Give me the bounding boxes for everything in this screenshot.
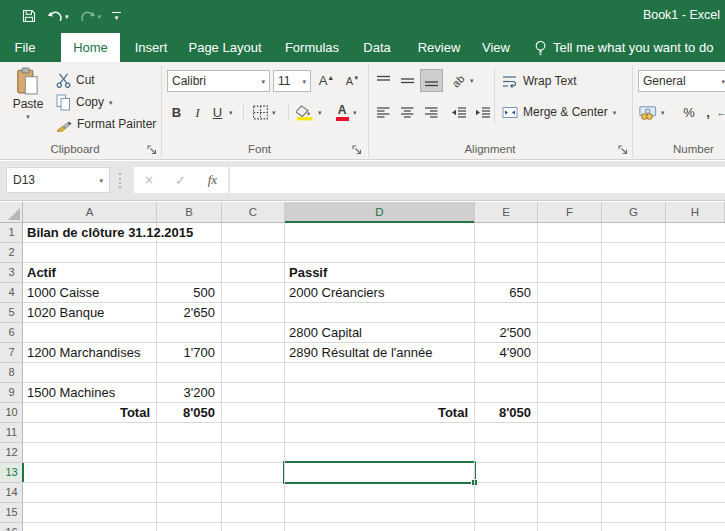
column-header-H[interactable]: H (666, 202, 725, 222)
column-header-G[interactable]: G (602, 202, 666, 222)
font-color-button[interactable]: A (332, 101, 352, 124)
underline-button[interactable]: U (207, 101, 228, 124)
fill-color-dropdown-caret-icon[interactable]: ▾ (318, 109, 322, 116)
cell-D10[interactable]: Total (285, 403, 475, 423)
row-header-15[interactable]: 15 (0, 503, 23, 523)
dropdown-caret-icon[interactable]: ▾ (99, 177, 103, 184)
column-header-C[interactable]: C (222, 202, 285, 222)
tab-home[interactable]: Home (61, 33, 120, 62)
percent-style-button[interactable]: % (680, 101, 698, 124)
row-header-2[interactable]: 2 (0, 243, 23, 263)
dropdown-caret-icon[interactable]: ▾ (721, 78, 725, 85)
cell-D6[interactable]: 2800 Capital (285, 323, 475, 343)
row-header-7[interactable]: 7 (0, 343, 23, 363)
cell-D4[interactable]: 2000 Créanciers (285, 283, 475, 303)
save-button[interactable] (22, 9, 36, 23)
column-header-D[interactable]: D (285, 202, 475, 222)
increase-decimal-button[interactable]: ←.0 (717, 101, 725, 124)
accounting-format-button[interactable] (638, 101, 660, 124)
font-family-combo[interactable]: Calibri ▾ (167, 70, 270, 92)
row-header-13[interactable]: 13 (0, 463, 23, 483)
cells-area[interactable]: Bilan de clôture 31.12.2015ActifPassif10… (23, 223, 725, 531)
tab-page-layout[interactable]: Page Layout (184, 33, 266, 62)
tab-view[interactable]: View (470, 33, 522, 62)
font-size-combo[interactable]: 11 ▾ (273, 70, 311, 92)
column-header-A[interactable]: A (23, 202, 157, 222)
row-header-5[interactable]: 5 (0, 303, 23, 323)
cell-A9[interactable]: 1500 Machines (23, 383, 157, 403)
format-painter-button[interactable]: Format Painter (56, 114, 156, 134)
select-all-button[interactable] (0, 202, 23, 223)
cell-A10[interactable]: Total (23, 403, 157, 423)
tab-data[interactable]: Data (352, 33, 402, 62)
undo-button[interactable]: ▾ (47, 10, 69, 23)
cell-B5[interactable]: 2'650 (157, 303, 222, 323)
row-header-12[interactable]: 12 (0, 443, 23, 463)
row-header-4[interactable]: 4 (0, 283, 23, 303)
decrease-font-size-button[interactable]: A▼ (340, 69, 365, 92)
name-box[interactable]: D13 ▾ (6, 167, 110, 193)
dropdown-caret-icon[interactable]: ▾ (302, 78, 306, 85)
column-header-E[interactable]: E (475, 202, 538, 222)
fill-color-button[interactable] (294, 101, 316, 124)
bottom-align-button[interactable] (420, 69, 443, 92)
clipboard-dialog-launcher[interactable] (147, 145, 157, 155)
cell-D3[interactable]: Passif (285, 263, 475, 283)
increase-indent-button[interactable] (471, 101, 494, 124)
row-header-6[interactable]: 6 (0, 323, 23, 343)
cell-E4[interactable]: 650 (475, 283, 538, 303)
row-header-11[interactable]: 11 (0, 423, 23, 443)
cell-B4[interactable]: 500 (157, 283, 222, 303)
borders-dropdown-caret-icon[interactable]: ▾ (272, 109, 276, 116)
increase-font-size-button[interactable]: A▲ (314, 69, 339, 92)
cancel-icon[interactable]: × (145, 172, 153, 188)
cell-A3[interactable]: Actif (23, 263, 157, 283)
cell-B9[interactable]: 3'200 (157, 383, 222, 403)
enter-icon[interactable]: ✓ (175, 173, 186, 188)
decrease-indent-button[interactable] (447, 101, 470, 124)
insert-function-icon[interactable]: fx (208, 172, 217, 188)
tab-file[interactable]: File (4, 33, 46, 62)
redo-button[interactable]: ▾ (80, 10, 102, 23)
center-button[interactable] (396, 101, 419, 124)
number-format-combo[interactable]: General ▾ (638, 70, 725, 92)
formula-input[interactable] (229, 167, 725, 193)
bold-button[interactable]: B (166, 101, 187, 124)
cell-E6[interactable]: 2'500 (475, 323, 538, 343)
column-header-F[interactable]: F (538, 202, 602, 222)
merge-center-button[interactable]: Merge & Center ▾ (502, 102, 616, 122)
italic-button[interactable]: I (188, 101, 207, 124)
dropdown-caret-icon[interactable]: ▾ (613, 109, 617, 116)
copy-button[interactable]: Copy ▾ (56, 92, 113, 112)
align-left-button[interactable] (372, 101, 395, 124)
dropdown-caret-icon[interactable]: ▾ (109, 99, 113, 106)
dropdown-caret-icon[interactable]: ▾ (261, 78, 265, 85)
tab-formulas[interactable]: Formulas (278, 33, 346, 62)
cell-A1[interactable]: Bilan de clôture 31.12.2015 (23, 223, 157, 243)
row-header-9[interactable]: 9 (0, 383, 23, 403)
comma-style-button[interactable]: , (702, 101, 714, 124)
wrap-text-button[interactable]: Wrap Text (502, 71, 577, 91)
cell-A5[interactable]: 1020 Banque (23, 303, 157, 323)
customize-quick-access-button[interactable]: ▾ (112, 12, 121, 21)
underline-dropdown-caret-icon[interactable]: ▾ (229, 109, 233, 116)
dropdown-caret-icon[interactable]: ▾ (98, 13, 102, 20)
dropdown-caret-icon[interactable]: ▾ (65, 13, 69, 20)
paste-button[interactable]: Paste ▾ (6, 67, 50, 135)
font-dialog-launcher[interactable] (352, 145, 362, 155)
borders-button[interactable] (250, 101, 271, 124)
row-header-8[interactable]: 8 (0, 363, 23, 383)
top-align-button[interactable] (372, 69, 395, 92)
dropdown-caret-icon[interactable]: ▾ (26, 113, 30, 120)
font-color-dropdown-caret-icon[interactable]: ▾ (353, 109, 357, 116)
cell-A4[interactable]: 1000 Caisse (23, 283, 157, 303)
cell-E10[interactable]: 8'050 (475, 403, 538, 423)
orientation-dropdown-caret-icon[interactable]: ▾ (470, 77, 474, 84)
align-right-button[interactable] (420, 101, 443, 124)
accounting-dropdown-caret-icon[interactable]: ▾ (661, 109, 665, 116)
cell-B10[interactable]: 8'050 (157, 403, 222, 423)
cut-button[interactable]: Cut (56, 70, 95, 90)
orientation-button[interactable]: ab (447, 69, 469, 92)
tab-review[interactable]: Review (408, 33, 470, 62)
cell-B7[interactable]: 1'700 (157, 343, 222, 363)
